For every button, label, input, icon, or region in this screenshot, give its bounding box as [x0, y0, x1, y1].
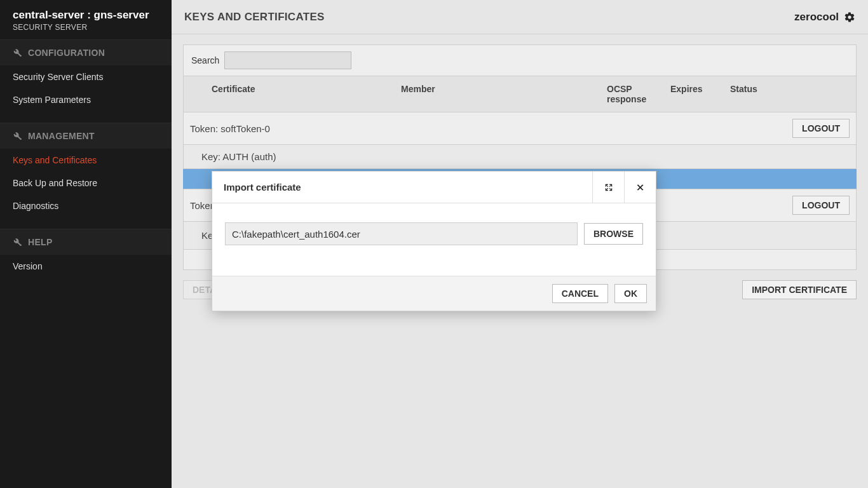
page-title: KEYS AND CERTIFICATES — [184, 11, 325, 24]
sidebar-item-version[interactable]: Version — [0, 255, 172, 278]
close-button[interactable] — [624, 172, 656, 203]
username: zerocool — [794, 11, 839, 24]
search-bar: Search — [183, 44, 857, 76]
col-certificate: Certificate — [212, 84, 401, 104]
sidebar-item-clients[interactable]: Security Server Clients — [0, 65, 172, 88]
section-configuration: CONFIGURATION — [0, 39, 172, 65]
sidebar: central-server : gns-server SECURITY SER… — [0, 0, 172, 488]
ok-button[interactable]: OK — [614, 284, 647, 303]
file-path-input[interactable] — [225, 222, 578, 245]
section-label: HELP — [28, 237, 53, 247]
dialog-footer: CANCEL OK — [212, 276, 656, 311]
cancel-button[interactable]: CANCEL — [552, 284, 608, 303]
col-status: Status — [730, 84, 856, 104]
search-label: Search — [191, 55, 219, 65]
token-label: Token: softToken-0 — [190, 123, 270, 134]
maximize-button[interactable] — [592, 172, 624, 203]
sidebar-item-system-params[interactable]: System Parameters — [0, 88, 172, 111]
gear-icon — [844, 11, 855, 23]
wrench-icon — [13, 132, 22, 140]
section-label: MANAGEMENT — [28, 131, 95, 141]
col-member: Member — [401, 84, 607, 104]
close-icon — [636, 183, 645, 192]
section-help: HELP — [0, 229, 172, 255]
dialog-title: Import certificate — [212, 172, 313, 203]
col-expires: Expires — [670, 84, 730, 104]
key-row[interactable]: Key: AUTH (auth) — [183, 145, 857, 169]
section-management: MANAGEMENT — [0, 123, 172, 149]
import-certificate-button[interactable]: IMPORT CERTIFICATE — [742, 280, 857, 299]
server-title: central-server : gns-server — [13, 9, 159, 22]
server-subtitle: SECURITY SERVER — [13, 23, 159, 32]
sidebar-item-keys-certs[interactable]: Keys and Certificates — [0, 149, 172, 172]
sidebar-item-backup[interactable]: Back Up and Restore — [0, 172, 172, 194]
dialog-header: Import certificate — [212, 172, 656, 203]
browse-button[interactable]: BROWSE — [584, 223, 643, 245]
token-row[interactable]: Token: softToken-0 LOGOUT — [183, 112, 857, 145]
user-menu[interactable]: zerocool — [794, 11, 855, 24]
expand-icon — [604, 183, 613, 192]
logout-button[interactable]: LOGOUT — [792, 119, 850, 138]
topbar: KEYS AND CERTIFICATES zerocool — [172, 0, 868, 34]
wrench-icon — [13, 48, 22, 57]
column-headers: Certificate Member OCSP response Expires… — [183, 76, 857, 112]
dialog-body: BROWSE — [212, 203, 656, 276]
col-ocsp: OCSP response — [607, 84, 670, 104]
logout-button[interactable]: LOGOUT — [792, 196, 850, 215]
search-input[interactable] — [224, 51, 351, 69]
import-certificate-dialog: Import certificate BROWSE CANCEL OK — [212, 171, 656, 311]
section-label: CONFIGURATION — [28, 48, 105, 58]
key-label: Key: AUTH (auth) — [201, 151, 276, 162]
sidebar-header: central-server : gns-server SECURITY SER… — [0, 0, 172, 39]
sidebar-item-diagnostics[interactable]: Diagnostics — [0, 194, 172, 217]
wrench-icon — [13, 238, 22, 247]
